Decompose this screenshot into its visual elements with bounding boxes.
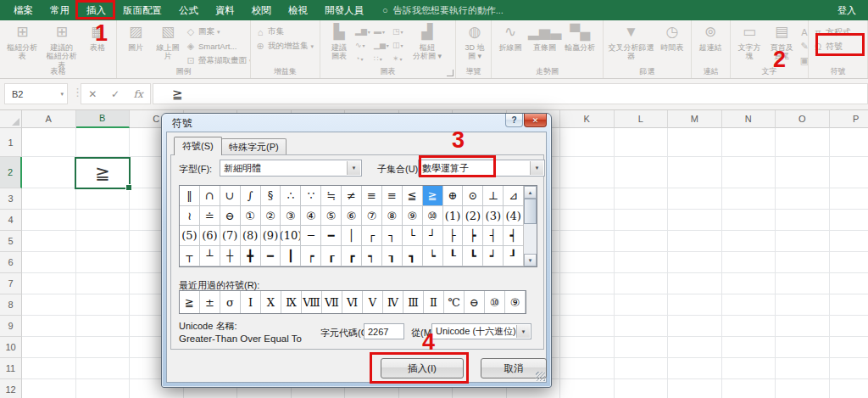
resize-grip[interactable] (536, 372, 545, 381)
symbol-cell[interactable]: ⑩ (423, 206, 443, 227)
symbol-cell[interactable]: ≦ (403, 186, 423, 206)
recent-symbol-cell[interactable]: Ⅵ (342, 291, 363, 313)
symbol-cell[interactable]: ⊙ (463, 186, 483, 206)
cell-b4[interactable] (76, 210, 131, 231)
symbol-cell[interactable]: ⊖ (220, 206, 241, 227)
winloss-sparkline-button[interactable]: ▀▄輸贏分析 (563, 22, 597, 53)
cell-p4[interactable] (830, 210, 868, 231)
cell-n12[interactable] (722, 379, 776, 398)
font-select[interactable]: 新細明體 ▼ (220, 160, 362, 177)
online-pictures-button[interactable]: ▧線上圖片 (152, 22, 184, 62)
symbol-cell[interactable]: ≡ (382, 186, 403, 206)
cell-k9[interactable] (560, 316, 615, 337)
object-button[interactable]: ▣ (798, 54, 809, 67)
cell-l12[interactable] (615, 379, 669, 398)
histogram-chart-icon[interactable]: ▁▅▾ (374, 38, 392, 52)
insert-function-icon[interactable]: fx (133, 88, 142, 100)
recent-symbol-cell[interactable]: Ⅳ (383, 291, 403, 313)
symbol-cell[interactable]: ⊿ (504, 186, 524, 206)
symbol-cell[interactable]: ┤ (483, 226, 504, 246)
symbol-cell[interactable]: (5) (180, 226, 200, 246)
sign-in-button[interactable]: 登入 (837, 0, 856, 20)
symbol-cell[interactable]: │ (342, 226, 362, 246)
symbol-cell[interactable]: ┬ (180, 246, 200, 266)
cell-o10[interactable] (776, 337, 830, 358)
pivottable-button[interactable]: ⊞樞紐分析表 (3, 22, 42, 62)
cell-l5[interactable] (615, 231, 669, 252)
ribbon-tab-5[interactable]: 公式 (170, 0, 207, 20)
symbol-cell[interactable]: ┒ (382, 246, 403, 266)
cell-o1[interactable] (776, 128, 830, 157)
symbol-cell[interactable]: (1) (443, 206, 464, 227)
recent-symbol-cell[interactable]: Ⅰ (241, 291, 261, 313)
symbol-cell[interactable]: ├ (443, 226, 464, 246)
symbol-cell[interactable]: ┓ (403, 246, 423, 266)
symbol-cell[interactable]: ④ (301, 206, 321, 227)
cell-a8[interactable] (22, 294, 76, 316)
cell-k11[interactable] (560, 358, 615, 379)
3d-map-button[interactable]: ◍3D 地 圖 ▾ (459, 22, 491, 62)
column-header-n[interactable]: N (722, 110, 776, 128)
symbol-cell[interactable]: ∩ (200, 186, 220, 206)
column-header-o[interactable]: O (776, 110, 830, 128)
recent-symbol-cell[interactable]: ⑩ (485, 291, 505, 313)
cell-m8[interactable] (668, 294, 722, 316)
symbol-cell[interactable]: ∪ (220, 186, 241, 206)
cell-k7[interactable] (560, 273, 615, 294)
cell-m6[interactable] (668, 252, 722, 273)
cell-b8[interactable] (76, 294, 131, 316)
symbol-cell[interactable]: ≐ (200, 206, 220, 227)
cell-o12[interactable] (776, 379, 830, 398)
dialog-help-button[interactable]: ? (505, 114, 523, 127)
row-header-4[interactable]: 4 (0, 210, 22, 231)
symbol-cell[interactable]: ┖ (443, 246, 464, 266)
cell-p6[interactable] (830, 252, 868, 273)
row-header-10[interactable]: 10 (0, 337, 22, 358)
ribbon-tab-4[interactable]: 版面配置 (114, 0, 170, 20)
cell-l1[interactable] (615, 128, 669, 157)
symbol-cell[interactable]: (6) (200, 226, 220, 246)
cell-p12[interactable] (830, 379, 868, 398)
cell-m9[interactable] (668, 316, 722, 337)
row-header-3[interactable]: 3 (0, 188, 22, 210)
screenshot-button[interactable]: ⊡螢幕擷取畫面▾ (184, 54, 251, 67)
cell-k6[interactable] (560, 252, 615, 273)
cell-a1[interactable] (22, 128, 76, 157)
radar-chart-icon[interactable]: ✶▾ (392, 52, 411, 65)
symbol-cell[interactable]: ⑦ (362, 206, 382, 227)
cell-o4[interactable] (776, 210, 830, 231)
symbol-cell[interactable]: ⊕ (443, 186, 464, 206)
symbol-cell[interactable]: └ (403, 226, 423, 246)
cell-n11[interactable] (722, 358, 776, 379)
signature-line-button[interactable]: ✎▾ (798, 40, 809, 53)
ribbon-tab-7[interactable]: 校閱 (243, 0, 280, 20)
row-header-8[interactable]: 8 (0, 294, 22, 316)
symbol-cell[interactable]: ┐ (382, 226, 403, 246)
symbol-cell[interactable]: ≧ (423, 186, 443, 206)
symbol-cell[interactable]: ③ (281, 206, 301, 227)
cell-p9[interactable] (830, 316, 868, 337)
scroll-down-icon[interactable]: ▼ (524, 254, 537, 266)
recent-symbol-cell[interactable]: Ⅲ (403, 291, 424, 313)
symbol-cell[interactable]: ≀ (180, 206, 200, 227)
cell-m10[interactable] (668, 337, 722, 358)
row-header-7[interactable]: 7 (0, 273, 22, 294)
cell-b12[interactable] (76, 379, 131, 398)
column-header-p[interactable]: P (830, 110, 868, 128)
tab-symbols[interactable]: 符號(S) (174, 137, 222, 155)
cell-a6[interactable] (22, 252, 76, 273)
ribbon-tab-9[interactable]: 開發人員 (316, 0, 372, 20)
cell-n1[interactable] (722, 128, 776, 157)
cell-l10[interactable] (615, 337, 669, 358)
cell-o3[interactable] (776, 188, 830, 210)
recent-symbol-cell[interactable]: ⊖ (465, 291, 485, 313)
cell-n6[interactable] (722, 252, 776, 273)
cell-a10[interactable] (22, 337, 76, 358)
scroll-up-icon[interactable]: ▲ (524, 186, 537, 199)
cell-l4[interactable] (615, 210, 669, 231)
cell-a5[interactable] (22, 231, 76, 252)
symbol-cell[interactable]: § (261, 186, 281, 206)
pictures-button[interactable]: ▨圖片 (120, 22, 152, 53)
cell-p7[interactable] (830, 273, 868, 294)
cell-l7[interactable] (615, 273, 669, 294)
